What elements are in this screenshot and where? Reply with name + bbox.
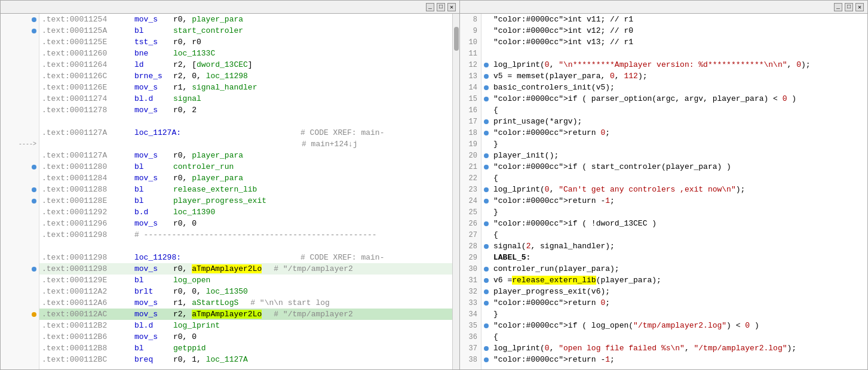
pseudo-panel: _ □ ✕ 8910111213141516171819202122232425… [460, 0, 868, 370]
pseudo-breakpoint-dot[interactable] [484, 74, 489, 79]
pseudo-breakpoint-dot[interactable] [484, 199, 489, 204]
pseudo-code-line[interactable]: "color:#0000cc">if ( start_controler(pla… [491, 161, 867, 172]
breakpoint-dot[interactable] [32, 29, 36, 33]
code-line[interactable]: .text:0001126C brne_s r2, 0, loc_11298 [39, 70, 452, 82]
code-line[interactable]: .text:0001125E tst_s r0, r0 [39, 36, 452, 48]
pseudo-code-line[interactable]: "color:#0000cc">return 0; [491, 297, 867, 309]
pseudo-breakpoint-dot[interactable] [484, 301, 489, 306]
pseudo-breakpoint-dot[interactable] [484, 165, 489, 169]
maximize-btn[interactable]: □ [437, 3, 445, 11]
pseudo-breakpoint-dot[interactable] [484, 63, 489, 67]
code-line[interactable]: .text:0001126E mov_s r1, signal_handler [39, 82, 452, 93]
code-line[interactable]: .text:00011254 mov_s r0, player_para [39, 14, 452, 25]
pseudo-code-line[interactable]: } [491, 138, 867, 150]
code-line[interactable]: .text:000112BC breq r0, 1, loc_1127A [39, 354, 452, 365]
code-line[interactable]: .text:000112A2 brlt r0, 0, loc_11350 [39, 286, 452, 297]
code-line[interactable]: .text:0001127A loc_1127A:# CODE XREF: ma… [39, 127, 452, 138]
code-line[interactable]: .text:000112AC mov_s r2, aTmpAmplayer2Lo… [39, 309, 452, 320]
code-line[interactable]: .text:00011298 mov_s r0, aTmpAmplayer2Lo… [39, 263, 452, 275]
code-line[interactable]: .text:000112B8 bl getppid [39, 343, 452, 354]
code-line[interactable]: .text:00011292 b.d loc_11390 [39, 206, 452, 218]
code-line[interactable]: .text:00011298 # -----------------------… [39, 229, 452, 240]
breakpoint-dot[interactable] [32, 17, 36, 22]
breakpoint-dot[interactable] [32, 187, 36, 192]
pseudo-code-line[interactable]: "color:#0000cc">return 0; [491, 127, 867, 138]
code-line[interactable]: .text:00011280 bl controler_run [39, 161, 452, 172]
current-dot[interactable] [32, 312, 36, 317]
pseudo-breakpoint-dot[interactable] [484, 289, 489, 294]
pseudo-breakpoint-dot[interactable] [484, 278, 489, 283]
code-line[interactable] [39, 240, 452, 252]
pseudo-code-line[interactable]: } [491, 206, 867, 218]
pseudo-code-line[interactable]: player_init(); [491, 150, 867, 161]
code-line[interactable]: .text:00011288 bl release_extern_lib [39, 184, 452, 195]
code-line[interactable]: .text:000112B2 bl.d log_lprint [39, 320, 452, 331]
pseudo-maximize-btn[interactable]: □ [845, 3, 853, 11]
code-line[interactable]: # main+124↓j [39, 138, 452, 150]
pseudo-breakpoint-dot[interactable] [484, 346, 489, 351]
pseudo-code-line[interactable]: { [491, 229, 867, 240]
pseudo-code-line[interactable]: { [491, 172, 867, 184]
code-line[interactable]: .text:00011264 ld r2, [dword_13CEC] [39, 59, 452, 70]
close-btn[interactable]: ✕ [447, 3, 456, 11]
code-line[interactable]: .text:00011296 mov_s r0, 0 [39, 218, 452, 229]
pseudo-breakpoint-dot[interactable] [484, 131, 489, 135]
code-line[interactable]: .text:00011278 mov_s r0, 2 [39, 104, 452, 116]
minimize-btn[interactable]: _ [426, 3, 434, 11]
code-line[interactable]: .text:0001127A mov_s r0, player_para [39, 150, 452, 161]
ida-scrollbar[interactable] [452, 14, 459, 369]
pseudo-code-line[interactable]: "color:#0000cc">return -1; [491, 195, 867, 206]
code-mnemonic: mov_s [134, 151, 173, 160]
pseudo-code-line[interactable]: v5 = memset(player_para, 0, 112); [491, 70, 867, 82]
pseudo-code-line[interactable]: "color:#0000cc">int v12; // r0 [491, 25, 867, 36]
pseudo-code-line[interactable]: { [491, 331, 867, 343]
code-line[interactable]: .text:00011260 bne loc_1133C [39, 48, 452, 59]
breakpoint-dot[interactable] [32, 199, 36, 204]
pseudo-breakpoint-dot[interactable] [484, 357, 489, 362]
code-line[interactable]: .text:0001128E bl player_progress_exit [39, 195, 452, 206]
ida-code-area[interactable]: .text:00011254 mov_s r0, player_para.tex… [39, 14, 452, 369]
pseudo-breakpoint-dot[interactable] [484, 153, 489, 158]
pseudo-breakpoint-dot[interactable] [484, 221, 489, 226]
pseudo-code-line[interactable]: { [491, 104, 867, 116]
pseudo-breakpoint-dot[interactable] [484, 119, 489, 124]
pseudo-code-line[interactable]: signal(2, signal_handler); [491, 240, 867, 252]
pseudo-code-line[interactable]: "color:#0000cc">if ( parser_option(argc,… [491, 93, 867, 104]
pseudo-breakpoint-dot[interactable] [484, 97, 489, 101]
pseudo-breakpoint-dot[interactable] [484, 85, 489, 90]
pseudo-code-line[interactable]: v6 = release_extern_lib(player_para); [491, 275, 867, 286]
code-line[interactable]: .text:00011298 loc_11298:# CODE XREF: ma… [39, 252, 452, 263]
pseudo-code-line[interactable]: "color:#0000cc">int v13; // r1 [491, 36, 867, 48]
pseudo-code-line[interactable]: log_lprint(0, "open log file failed %s\n… [491, 343, 867, 354]
pseudo-code-line[interactable]: "color:#0000cc">int v11; // r1 [491, 14, 867, 25]
pseudo-code-line[interactable]: player_progress_exit(v6); [491, 286, 867, 297]
code-line[interactable]: .text:00011274 bl.d signal [39, 93, 452, 104]
pseudo-breakpoint-dot[interactable] [484, 187, 489, 192]
pseudo-code-area[interactable]: "color:#0000cc">int v11; // r1 "color:#0… [491, 14, 867, 369]
pseudo-breakpoint-dot[interactable] [484, 267, 489, 272]
code-line[interactable]: .text:00011284 mov_s r0, player_para [39, 172, 452, 184]
pseudo-code-line[interactable]: } [491, 309, 867, 320]
code-line[interactable]: .text:0001129E bl log_open [39, 275, 452, 286]
pseudo-minimize-btn[interactable]: _ [834, 3, 842, 11]
code-line[interactable]: .text:000112B6 mov_s r0, 0 [39, 331, 452, 343]
pseudo-code-line[interactable] [491, 48, 867, 59]
code-line[interactable]: .text:000112A6 mov_s r1, aStartLogS# "\n… [39, 297, 452, 309]
code-line[interactable]: .text:0001125A bl start_controler [39, 25, 452, 36]
code-line[interactable] [39, 116, 452, 127]
scroll-thumb[interactable] [454, 27, 459, 51]
pseudo-code-line[interactable]: "color:#0000cc">if ( log_open("/tmp/ampl… [491, 320, 867, 331]
pseudo-code-line[interactable]: "color:#0000cc">return -1; [491, 354, 867, 365]
breakpoint-dot[interactable] [32, 267, 36, 272]
pseudo-code-line[interactable]: log_lprint(0, "\n*********Amplayer versi… [491, 59, 867, 70]
pseudo-breakpoint-dot[interactable] [484, 244, 489, 249]
pseudo-code-line[interactable]: "color:#0000cc">if ( !dword_13CEC ) [491, 218, 867, 229]
pseudo-close-btn[interactable]: ✕ [855, 3, 864, 11]
pseudo-breakpoint-dot[interactable] [484, 323, 489, 328]
pseudo-code-line[interactable]: basic_controlers_init(v5); [491, 82, 867, 93]
pseudo-code-line[interactable]: print_usage(*argv); [491, 116, 867, 127]
pseudo-code-line[interactable]: controler_run(player_para); [491, 263, 867, 275]
pseudo-code-line[interactable]: LABEL_5: [491, 252, 867, 263]
breakpoint-dot[interactable] [32, 165, 36, 169]
pseudo-code-line[interactable]: log_lprint(0, "Can't get any controlers … [491, 184, 867, 195]
